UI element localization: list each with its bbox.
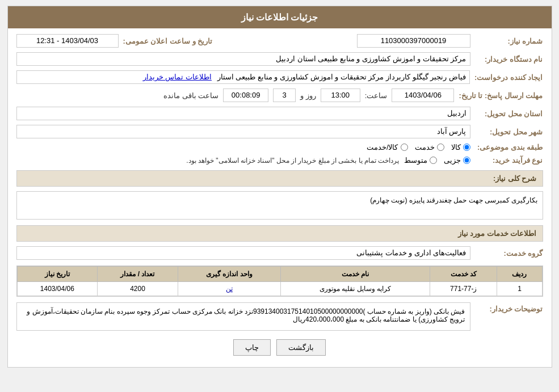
back-button[interactable]: بازگشت [276, 339, 326, 356]
grooh-value: فعالیت‌های اداری و خدمات پشتیبانی [16, 246, 470, 260]
shomara-label: شماره نیاز: [475, 37, 543, 45]
tarikh-elan-label: تاریخ و ساعت اعلان عمومی: [123, 37, 213, 45]
tarikh-elan-value: 1403/04/03 - 12:31 [16, 34, 119, 48]
ijad-label: ایجاد کننده درخواست: [474, 73, 543, 82]
cell-radif: 1 [497, 282, 542, 296]
cell-vahed: تن [178, 282, 280, 296]
notype-row: نوع فرآیند خرید: متوسط جزیی پرداخت تمام … [16, 156, 543, 165]
ostan-label: استان محل تحویل: [475, 109, 543, 118]
cell-nam: کرایه وسایل نقلیه موتوری [281, 282, 430, 296]
notype-note: پرداخت تمام یا بخشی از مبلغ خریدار از مح… [16, 157, 400, 165]
cell-tarikh: 1403/04/06 [17, 282, 98, 296]
baqi-label: ساعت باقی مانده [163, 91, 218, 100]
col-vahed: واحد اندازه گیری [178, 267, 280, 282]
radio-kala-khidmat[interactable] [401, 144, 408, 151]
shomara-value: 1103000397000019 [357, 34, 470, 48]
radio-khidmat[interactable] [437, 144, 444, 151]
tabaqe-khidmat: خدمت [415, 143, 444, 151]
col-tarikh: تاریخ نیاز [17, 267, 98, 282]
khadamat-section-label: اطلاعات خدمات مورد نیاز [458, 229, 537, 238]
saaat-value: 13:00 [321, 88, 360, 102]
khadamat-section-header: اطلاعات خدمات مورد نیاز [16, 225, 543, 242]
sharh-value: بکارگیری کمبرسی جهت حمل چغندرقند پاییزه … [16, 191, 543, 220]
table-row: 1 ز-77-771 کرایه وسایل نقلیه موتوری تن 4… [17, 282, 542, 296]
tawzih-value: فیش بانکی (واریز به شماره حساب )93913400… [16, 302, 470, 331]
rooz-value: 3 [273, 88, 296, 102]
page-header: جزئیات اطلاعات نیاز [8, 6, 552, 28]
nam-dastgah-value: مرکز تحقیقات و اموزش کشاورزی و منابع طبی… [16, 52, 470, 66]
col-tedad: تعداد / مقدار [98, 267, 178, 282]
buttons-row: بازگشت چاپ [16, 339, 543, 356]
cell-tedad: 4200 [98, 282, 178, 296]
col-radif: ردیف [497, 267, 542, 282]
mohlat-date: 1403/04/06 [392, 88, 454, 102]
grooh-label: گروه خدمت: [475, 249, 543, 258]
mohlat-row: مهلت ارسال پاسخ: تا تاریخ: 1403/04/06 سا… [16, 88, 543, 102]
radio-kala[interactable] [463, 144, 470, 151]
notype-motavasset: متوسط [404, 156, 437, 165]
tawzih-row: توضیحات خریدار: فیش بانکی (واریز به شمار… [16, 302, 543, 331]
baqi-value: 00:08:09 [223, 88, 268, 102]
main-container: جزئیات اطلاعات نیاز شماره نیاز: 11030003… [7, 6, 552, 368]
notype-label: نوع فرآیند خرید: [475, 156, 543, 165]
tawzih-label: توضیحات خریدار: [475, 302, 543, 313]
services-table-container: ردیف کد خدمت نام خدمت واحد اندازه گیری ت… [16, 265, 543, 297]
shahr-label: شهر محل تحویل: [475, 128, 543, 136]
ostan-row: استان محل تحویل: اردبیل [16, 107, 543, 120]
tabaqe-kala: کالا [451, 143, 470, 151]
mohlat-label: مهلت ارسال پاسخ: تا تاریخ: [459, 91, 543, 100]
nam-dastgah-row: نام دستگاه خریدار: مرکز تحقیقات و اموزش … [16, 52, 543, 66]
radio-jozii[interactable] [463, 157, 470, 164]
print-button[interactable]: چاپ [233, 339, 271, 356]
sharh-section-header: شرح کلی نیاز: [16, 170, 543, 187]
col-nam: نام خدمت [281, 267, 430, 282]
ijad-link[interactable]: اطلاعات تماس خریدار [143, 73, 212, 81]
shahr-value: پارس آباد [16, 125, 470, 138]
saaat-label: ساعت: [365, 91, 388, 100]
shahr-row: شهر محل تحویل: پارس آباد [16, 125, 543, 138]
services-table: ردیف کد خدمت نام خدمت واحد اندازه گیری ت… [17, 266, 543, 296]
sharh-container: بکارگیری کمبرسی جهت حمل چغندرقند پاییزه … [16, 191, 543, 220]
content-area: شماره نیاز: 1103000397000019 تاریخ و ساع… [8, 28, 552, 367]
ijad-row: ایجاد کننده درخواست: فیاض رنجبر گیگلو کا… [16, 70, 543, 84]
tabaqe-row: طبقه بندی موضوعی: کالا/خدمت خدمت کالا [16, 143, 543, 151]
notype-jozii: جزیی [444, 156, 470, 165]
tabaqe-radio-group: کالا/خدمت خدمت کالا [367, 143, 470, 151]
shomara-row: شماره نیاز: 1103000397000019 تاریخ و ساع… [16, 34, 543, 48]
ijad-value: فیاض رنجبر گیگلو کاربرداز مرکز تحقیقات و… [16, 70, 470, 84]
page-title: جزئیات اطلاعات نیاز [241, 12, 318, 22]
ostan-value: اردبیل [16, 107, 470, 120]
col-kod: کد خدمت [430, 267, 497, 282]
rooz-label: روز و [300, 91, 316, 100]
nam-dastgah-label: نام دستگاه خریدار: [475, 55, 543, 64]
tabaqe-kala-khidmat: کالا/خدمت [367, 143, 408, 151]
tabaqe-label: طبقه بندی موضوعی: [475, 143, 543, 151]
radio-motavasset[interactable] [430, 157, 437, 164]
grooh-row: گروه خدمت: فعالیت‌های اداری و خدمات پشتی… [16, 246, 543, 260]
notype-radio-group: متوسط جزیی [404, 156, 470, 165]
sharh-section-label: شرح کلی نیاز: [493, 174, 537, 183]
cell-kod: ز-77-771 [430, 282, 497, 296]
